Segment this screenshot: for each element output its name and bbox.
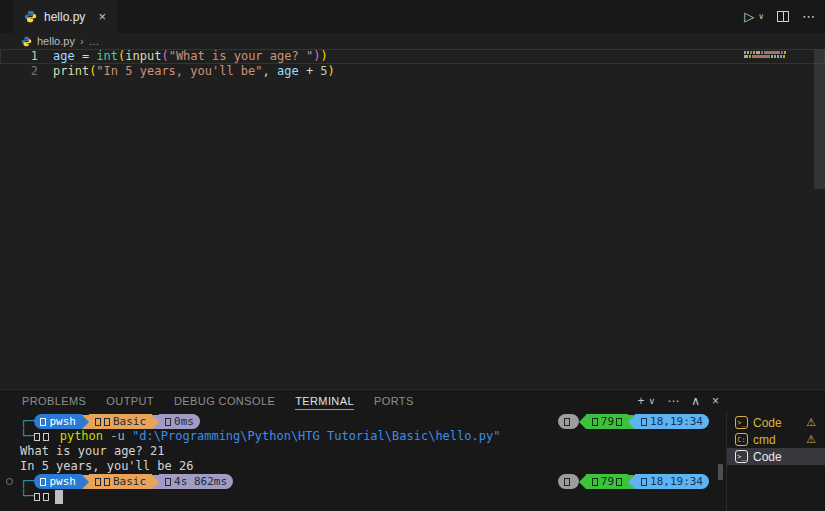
code-editor[interactable]: 1age = int(input("What is your age? "))2… (0, 49, 825, 389)
minimap-segment (750, 51, 752, 54)
minimap-segment (747, 51, 749, 54)
token: "In 5 years, you'll be" (96, 64, 262, 78)
badge-label: 79 (601, 474, 614, 489)
glyph-box-icon (43, 433, 49, 441)
code-line[interactable]: 1age = int(input("What is your age? ")) (0, 49, 825, 64)
close-panel-icon[interactable]: × (712, 394, 719, 408)
warning-icon: ⚠ (806, 416, 816, 429)
panel-tab-ports[interactable]: PORTS (374, 392, 414, 410)
powerline-separator (82, 415, 89, 429)
terminal-text-row: └─ python -u "d:\Programming\Python\HTG … (20, 429, 717, 444)
tab-close-icon[interactable]: × (98, 9, 106, 24)
minimap-segment (761, 51, 763, 54)
breadcrumb[interactable]: hello.py › … (0, 33, 825, 49)
terminal-prompt-row: ┌─pwshBasic4s 862ms7918,19:34 (20, 474, 717, 489)
left-prompt-badges: pwshBasic4s 862ms (34, 474, 233, 489)
token: └─ (20, 429, 34, 444)
breadcrumb-more[interactable]: … (89, 35, 100, 47)
breadcrumb-file[interactable]: hello.py (37, 35, 75, 47)
powerline-separator (628, 475, 635, 489)
new-terminal-icon[interactable]: + (638, 394, 645, 408)
token: └─ (20, 489, 34, 504)
token: -u (103, 429, 132, 444)
token: ) (328, 64, 335, 78)
minimap-segment (774, 55, 776, 58)
powerline-separator (152, 475, 159, 489)
run-python-file-icon[interactable]: ▷ (744, 9, 754, 24)
minimap-line (744, 55, 802, 58)
panel-more-actions-icon[interactable]: ⋯ (667, 394, 679, 408)
line-number: 2 (0, 64, 38, 79)
token: , (263, 64, 277, 78)
panel-tab-debug-console[interactable]: DEBUG CONSOLE (174, 392, 275, 410)
terminal-view[interactable]: ┌─pwshBasic0ms7918,19:34└─ python -u "d:… (0, 412, 717, 511)
terminal-scrollbar[interactable] (718, 464, 723, 480)
powerline-separator (628, 415, 635, 429)
minimap-segment (764, 51, 780, 54)
maximize-panel-icon[interactable]: ∧ (691, 394, 700, 408)
token: print (53, 64, 89, 78)
editor-lines: 1age = int(input("What is your age? "))2… (0, 49, 825, 79)
badge-label: 79 (601, 414, 614, 429)
terminal-text-row: What is your age? 21 (20, 444, 717, 459)
editor-scrollbar[interactable] (814, 49, 825, 189)
token: python (60, 429, 103, 444)
minimap-segment (753, 51, 755, 54)
prompt-badge-shell: pwsh (34, 474, 82, 489)
panel-tabs: PROBLEMSOUTPUTDEBUG CONSOLETERMINALPORTS (0, 392, 414, 410)
glyph-box-icon (34, 493, 40, 501)
prompt-badge-clock: 18,19:34 (635, 414, 709, 429)
right-prompt-badges: 7918,19:34 (558, 414, 709, 429)
code-text: print("In 5 years, you'll be", age + 5) (38, 64, 335, 79)
prompt-badge-status (558, 414, 579, 429)
panel-tab-problems[interactable]: PROBLEMS (22, 392, 86, 410)
status-icon (564, 418, 570, 426)
panel-tab-output[interactable]: OUTPUT (106, 392, 154, 410)
battery-icon (616, 418, 622, 426)
terminal-icon: >_ (735, 450, 748, 463)
minimap-line (744, 51, 802, 54)
terminal-launch-dropdown-icon[interactable]: ∨ (649, 396, 656, 406)
token: input (125, 49, 161, 63)
prompt-badge-shell: pwsh (34, 414, 82, 429)
terminal-icon: >_ (735, 416, 748, 429)
folder-icon (104, 478, 110, 486)
run-dropdown-chevron-icon[interactable]: ∨ (758, 12, 764, 21)
split-editor-icon[interactable] (777, 11, 789, 22)
token: "What is your age? " (169, 49, 314, 63)
command-decoration-icon[interactable] (6, 478, 13, 485)
powerline-separator (152, 415, 159, 429)
terminal-list-item-code[interactable]: >_Code⚠ (727, 414, 825, 431)
powerline-separator (579, 415, 586, 429)
terminal-list-item-cmd[interactable]: C:cmd⚠ (727, 431, 825, 448)
prompt-badge-clock: 18,19:34 (635, 474, 709, 489)
bottom-panel: PROBLEMSOUTPUTDEBUG CONSOLETERMINALPORTS… (0, 389, 825, 511)
powerline-separator (579, 475, 586, 489)
panel-tab-terminal[interactable]: TERMINAL (295, 392, 354, 410)
prompt-badge-duration: 0ms (159, 414, 200, 429)
calendar-clock-icon (641, 418, 647, 426)
badge-label: 18,19:34 (650, 474, 703, 489)
token: ┌─ (20, 414, 34, 429)
editor-tab-hello-py[interactable]: hello.py × (13, 0, 117, 33)
vscode-window: hello.py × ▷∨⋯ hello.py › … 1age = int(i… (0, 0, 825, 511)
minimap[interactable] (744, 51, 802, 59)
token: In 5 years, you'll be 26 (20, 459, 193, 474)
minimap-segment (783, 55, 785, 58)
python-icon (21, 36, 32, 47)
terminal-tabs-list: >_Code⚠C:cmd⚠>_Code (726, 412, 825, 511)
glyph-box-icon (34, 433, 40, 441)
badge-label: Basic (113, 474, 146, 489)
shell-icon (40, 418, 46, 426)
token: + (299, 64, 321, 78)
stopwatch-icon (165, 478, 171, 486)
token: = (75, 49, 97, 63)
prompt-badge-folder: Basic (89, 414, 152, 429)
terminal-list-label: Code (753, 450, 782, 464)
badge-label: pwsh (49, 414, 76, 429)
code-line[interactable]: 2print("In 5 years, you'll be", age + 5) (0, 64, 825, 79)
status-icon (564, 478, 570, 486)
editor-more-actions-icon[interactable]: ⋯ (802, 9, 815, 24)
prompt-badge-battery: 79 (586, 414, 628, 429)
terminal-list-item-code[interactable]: >_Code (727, 448, 825, 465)
